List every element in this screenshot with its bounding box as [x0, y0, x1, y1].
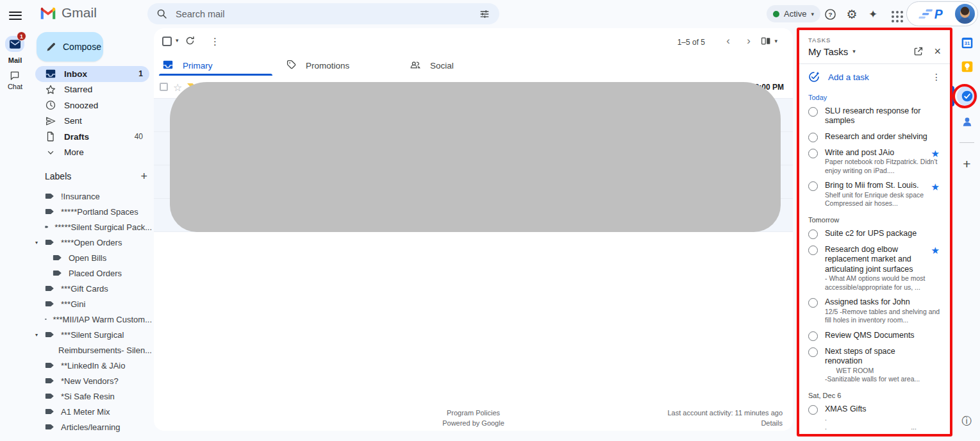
search-input[interactable]: [176, 9, 479, 19]
sidebar-nav-item[interactable]: Starred: [35, 82, 149, 98]
sidebar-label-item[interactable]: ▾ *Si Safe Resin: [30, 388, 152, 404]
task-complete-circle[interactable]: [808, 229, 818, 239]
task-complete-circle[interactable]: [808, 298, 818, 308]
contacts-button[interactable]: [954, 115, 980, 128]
task-complete-circle[interactable]: [808, 347, 818, 357]
add-label-button[interactable]: +: [140, 171, 147, 182]
sidebar-label-item[interactable]: ▾ ***Gift Cards: [30, 281, 152, 296]
sidebar-label-item[interactable]: ▾ Articles/learning: [30, 419, 152, 435]
task-star-icon[interactable]: ★: [931, 148, 940, 160]
sidebar-label-item[interactable]: ▾ ***Silent Surgical: [30, 327, 152, 342]
main-menu-icon[interactable]: [9, 9, 22, 19]
keep-button[interactable]: [954, 60, 980, 73]
task-item[interactable]: Assigned tasks for John 12/5 -Remove tab…: [808, 295, 941, 328]
settings-button[interactable]: ⚙: [844, 6, 860, 22]
compose-button[interactable]: Compose: [37, 32, 103, 62]
label-name: Open Bills: [69, 253, 106, 263]
sidebar-nav-item[interactable]: Snoozed: [35, 97, 149, 113]
get-addons-button[interactable]: +: [954, 156, 980, 172]
help-button[interactable]: ?: [822, 6, 838, 22]
sidebar-label-item[interactable]: ▾ ***MII/IAP Warm Custom...: [30, 312, 152, 327]
task-item[interactable]: Review QMS Documents ★: [808, 328, 941, 344]
newer-page-button[interactable]: ‹: [726, 35, 730, 47]
calendar-button[interactable]: 31: [954, 37, 980, 49]
open-in-new-button[interactable]: [913, 46, 924, 57]
task-complete-circle[interactable]: [808, 245, 818, 255]
sidebar-label-item[interactable]: ▾ *****Silent Surgical Pack...: [30, 219, 152, 235]
gmail-logo: Gmail: [40, 5, 97, 21]
sidebar-nav-item[interactable]: Sent: [35, 113, 149, 129]
availability-status[interactable]: Active ▾: [767, 5, 820, 22]
gemini-button[interactable]: ✦: [865, 6, 881, 22]
sidebar-nav-item[interactable]: Inbox 1: [35, 66, 149, 82]
task-item[interactable]: Suite c2 for UPS package ★: [808, 226, 941, 242]
task-star-icon[interactable]: ★: [931, 181, 940, 193]
sidebar-label-item[interactable]: ▾ *New Vendors?: [30, 373, 152, 388]
label-tag-icon: [45, 314, 47, 324]
task-detail-line: enjoy writing on iPad....: [825, 167, 941, 176]
task-item[interactable]: Write and post JAio Paper notebook rob F…: [808, 145, 941, 178]
refresh-button[interactable]: [185, 35, 195, 49]
task-item[interactable]: Research and order shelving ★: [808, 129, 941, 145]
task-item[interactable]: Research dog elbow replacement market an…: [808, 242, 941, 295]
nav-item-label: Inbox: [64, 69, 87, 79]
label-name: ***Gini: [61, 299, 85, 309]
info-icon[interactable]: ⓘ: [954, 415, 980, 428]
sidebar-label-item[interactable]: ▾ !Insurance: [30, 188, 152, 204]
sidebar-label-item[interactable]: ▾ ****Open Orders: [30, 235, 152, 250]
label-tag-icon: [45, 191, 55, 201]
tab-social[interactable]: Social: [401, 55, 525, 76]
task-title: Write and post JAio: [825, 148, 941, 158]
sidebar-label-item[interactable]: ▾ Open Bills: [30, 250, 152, 265]
select-all-checkbox[interactable]: [162, 37, 172, 46]
tasks-options-icon[interactable]: ⋮: [932, 72, 941, 82]
sidebar-label-item[interactable]: ▾ A1 Meter Mix: [30, 404, 152, 419]
task-item[interactable]: Bring to Mii from St. Louis. Shelf unit …: [808, 178, 941, 212]
account-pill[interactable]: P: [906, 1, 978, 26]
tasks-list-title[interactable]: My Tasks: [808, 46, 848, 57]
task-complete-circle[interactable]: [808, 181, 818, 191]
task-complete-circle[interactable]: [808, 133, 818, 142]
split-pane-toggle[interactable]: ▾: [761, 36, 777, 46]
expand-triangle-icon[interactable]: ▾: [35, 332, 38, 338]
chevron-down-icon[interactable]: ▾: [852, 48, 856, 54]
tasks-rail-button[interactable]: [954, 86, 980, 106]
select-dropdown-icon[interactable]: ▾: [176, 37, 179, 44]
sidebar-nav-item[interactable]: More: [35, 145, 149, 161]
sidebar-label-item[interactable]: ▾ Reimbursements- Silen...: [30, 342, 152, 358]
add-task-button[interactable]: Add a task: [828, 72, 869, 82]
expand-triangle-icon[interactable]: ▾: [35, 240, 38, 245]
more-options-icon[interactable]: ⋮: [210, 36, 220, 47]
sidebar-label-item[interactable]: ▾ Placed Orders: [30, 265, 152, 281]
sidebar-label-item[interactable]: ▾ **LinkedIn & JAio: [30, 358, 152, 373]
task-complete-circle[interactable]: [808, 149, 818, 158]
row-checkbox[interactable]: [160, 83, 168, 91]
add-task-icon[interactable]: [808, 71, 820, 83]
rail-chat-button[interactable]: [10, 71, 20, 83]
task-item[interactable]: XMAS Gifts .. ... ★: [808, 401, 941, 434]
compose-label: Compose: [63, 42, 101, 52]
task-title: Research and order shelving: [825, 132, 941, 142]
tab-promotions[interactable]: Promotions: [278, 55, 401, 76]
search-filter-icon[interactable]: [479, 8, 490, 20]
task-complete-circle[interactable]: [808, 405, 818, 415]
sidebar-label-item[interactable]: ▾ ***Gini: [30, 296, 152, 312]
avatar[interactable]: [955, 4, 975, 24]
task-complete-circle[interactable]: [808, 107, 818, 117]
close-tasks-button[interactable]: ×: [934, 46, 941, 57]
apps-button[interactable]: [887, 6, 902, 22]
task-complete-circle[interactable]: [808, 331, 818, 341]
older-page-button[interactable]: ›: [747, 35, 751, 47]
sidebar-nav-item[interactable]: Drafts 40: [35, 129, 149, 145]
activity-details-link[interactable]: Details: [667, 418, 783, 428]
tab-primary[interactable]: Primary: [154, 55, 278, 76]
task-item[interactable]: Next steps of space renovation WET ROOM-…: [808, 344, 941, 387]
workspace-logo-icon: P: [913, 6, 951, 22]
task-detail-line: Paper notebook rob Fitzpatrick. Didn't: [825, 158, 941, 167]
search-bar[interactable]: [147, 3, 499, 24]
task-star-icon[interactable]: ★: [931, 245, 940, 256]
task-item[interactable]: SLU research response for samples ★: [808, 103, 941, 129]
sidebar-label-item[interactable]: ▾ *****Portland Spaces: [30, 204, 152, 219]
inbox-icon: [45, 68, 56, 79]
label-name: !Insurance: [61, 192, 100, 201]
